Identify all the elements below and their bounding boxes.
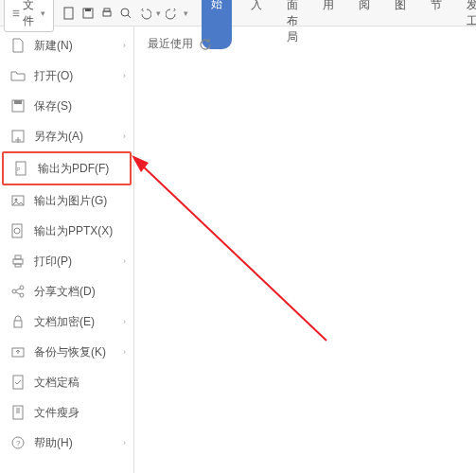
menu-open-label: 打开(O): [34, 68, 73, 84]
svg-text:P: P: [17, 166, 21, 172]
chevron-right-icon: ›: [123, 317, 126, 326]
lock-icon: [9, 313, 26, 330]
svg-text:?: ?: [16, 439, 21, 447]
qat-undo-icon[interactable]: [137, 6, 152, 21]
doc-icon: [9, 37, 26, 54]
menu-export-image-label: 输出为图片(G): [34, 193, 107, 209]
menu-finalize[interactable]: 文档定稿: [0, 367, 133, 397]
svg-rect-0: [64, 8, 73, 19]
menu-encrypt-label: 文档加密(E): [34, 314, 95, 330]
svg-rect-16: [15, 255, 21, 259]
recent-label: 最近使用: [148, 36, 193, 52]
svg-point-18: [12, 289, 16, 293]
chevron-right-icon: ›: [123, 41, 126, 50]
svg-point-5: [121, 9, 129, 16]
finalize-icon: [9, 374, 26, 391]
content-area: 最近使用: [134, 26, 476, 473]
menu-share-label: 分享文档(D): [34, 284, 96, 300]
folder-icon: [9, 67, 26, 84]
chevron-down-icon: ▾: [41, 9, 45, 18]
share-icon: [9, 283, 26, 300]
chevron-right-icon: ›: [123, 438, 126, 447]
refresh-icon[interactable]: [199, 38, 212, 51]
menu-export-pptx[interactable]: 输出为PPTX(X): [0, 216, 133, 246]
qat-save-icon[interactable]: [80, 6, 96, 21]
svg-point-12: [15, 199, 18, 201]
svg-rect-4: [104, 9, 110, 11]
qat-print-icon[interactable]: [99, 6, 115, 21]
backup-icon: [9, 343, 26, 360]
menu-print-label: 打印(P): [34, 254, 72, 270]
svg-rect-21: [14, 321, 22, 327]
qat-customize-icon[interactable]: ▾: [184, 9, 188, 18]
menu-export-pdf-label: 输出为PDF(F): [38, 161, 109, 177]
qat-preview-icon[interactable]: [118, 6, 133, 21]
file-menu-label: 文件: [23, 0, 38, 29]
menu-new[interactable]: 新建(N) ›: [0, 30, 133, 61]
menu-new-label: 新建(N): [34, 38, 73, 54]
qat-redo-icon[interactable]: [165, 6, 180, 21]
svg-rect-7: [14, 100, 22, 104]
menu-finalize-label: 文档定稿: [34, 375, 79, 391]
pptx-icon: [9, 222, 26, 239]
menu-open[interactable]: 打开(O) ›: [0, 61, 133, 91]
saveas-icon: [9, 128, 26, 145]
menu-export-pptx-label: 输出为PPTX(X): [34, 223, 113, 239]
qat-undo-dropdown-icon[interactable]: ▾: [156, 9, 161, 18]
file-menu-panel: 新建(N) › 打开(O) › 保存(S) 另存为(A) › P 输出为PDF(…: [0, 26, 134, 473]
svg-rect-15: [13, 259, 23, 264]
chevron-right-icon: ›: [123, 256, 126, 266]
menu-save[interactable]: 保存(S): [0, 91, 133, 121]
menu-help[interactable]: ? 帮助(H) ›: [0, 428, 133, 458]
svg-rect-17: [15, 264, 21, 267]
svg-point-19: [20, 286, 24, 289]
menu-saveas[interactable]: 另存为(A) ›: [0, 121, 133, 151]
menu-encrypt[interactable]: 文档加密(E) ›: [0, 307, 133, 337]
menu-share[interactable]: 分享文档(D): [0, 276, 133, 307]
recent-header: 最近使用: [148, 36, 463, 52]
svg-rect-3: [103, 11, 111, 16]
chevron-right-icon: ›: [123, 131, 126, 141]
menu-saveas-label: 另存为(A): [34, 129, 83, 145]
menu-compress[interactable]: 文件瘦身: [0, 397, 133, 428]
menu-save-label: 保存(S): [34, 98, 72, 114]
main-area: 新建(N) › 打开(O) › 保存(S) 另存为(A) › P 输出为PDF(…: [0, 26, 476, 473]
menu-export-image[interactable]: 输出为图片(G): [0, 185, 133, 216]
menu-backup[interactable]: 备份与恢复(K) ›: [0, 337, 133, 367]
svg-rect-2: [85, 9, 91, 11]
save-icon: [9, 97, 26, 114]
ribbon-bar: 文件 ▾ ▾ ▾ 开始 插入 页面布局 引用 审阅 视图 章节 开发工: [0, 0, 476, 26]
menu-help-label: 帮助(H): [34, 435, 73, 451]
print-icon: [9, 253, 26, 270]
pdf-icon: P: [13, 160, 30, 177]
menu-print[interactable]: 打印(P) ›: [0, 246, 133, 276]
svg-point-14: [14, 228, 20, 234]
menu-backup-label: 备份与恢复(K): [34, 344, 106, 360]
menu-compress-label: 文件瘦身: [34, 405, 79, 421]
compress-icon: [9, 404, 26, 421]
menu-export-pdf[interactable]: P 输出为PDF(F): [2, 151, 132, 185]
quick-access-toolbar: ▾ ▾: [62, 6, 188, 21]
chevron-right-icon: ›: [123, 71, 126, 80]
svg-rect-23: [13, 376, 23, 389]
image-icon: [9, 192, 26, 209]
hamburger-icon: [12, 8, 20, 19]
svg-point-20: [20, 293, 24, 297]
chevron-right-icon: ›: [123, 347, 126, 357]
help-icon: ?: [9, 434, 26, 451]
qat-new-icon[interactable]: [62, 6, 77, 21]
